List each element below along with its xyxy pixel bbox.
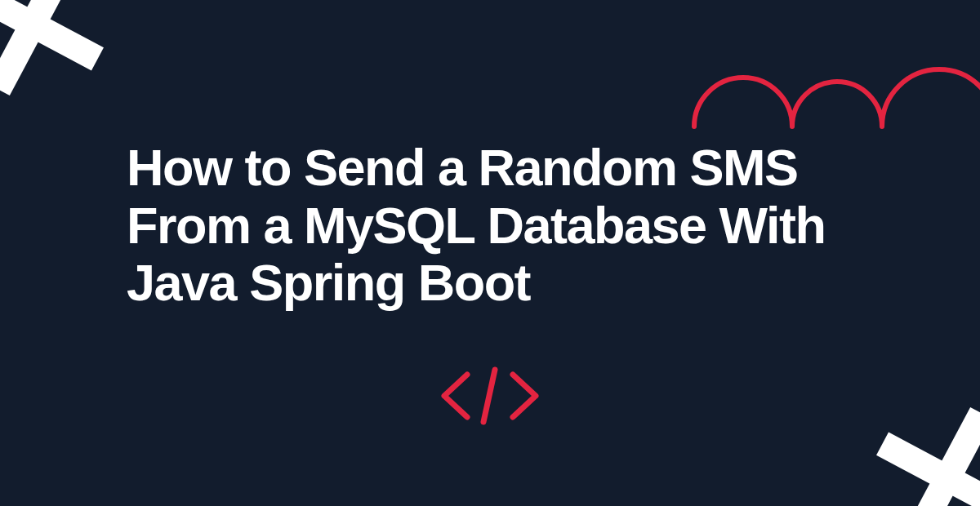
cross-icon (0, 0, 114, 109)
page-title: How to Send a Random SMS From a MySQL Da… (127, 139, 878, 312)
code-icon (433, 363, 547, 432)
hero-banner: How to Send a Random SMS From a MySQL Da… (0, 0, 980, 506)
cross-icon (866, 397, 980, 506)
cloud-icon (686, 37, 980, 154)
